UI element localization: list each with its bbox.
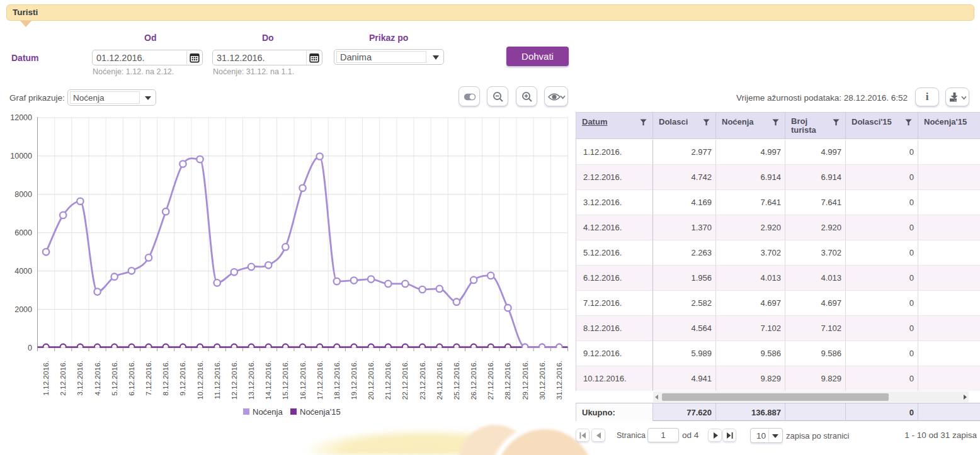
- svg-text:17.12.2016.: 17.12.2016.: [316, 361, 324, 400]
- svg-text:23.12.2016.: 23.12.2016.: [418, 361, 427, 400]
- svg-text:3.12.2016.: 3.12.2016.: [76, 361, 84, 396]
- svg-text:4000: 4000: [14, 267, 32, 276]
- svg-text:28.12.2016.: 28.12.2016.: [503, 361, 512, 400]
- svg-text:20.12.2016.: 20.12.2016.: [367, 361, 375, 400]
- svg-text:22.12.2016.: 22.12.2016.: [401, 361, 409, 400]
- svg-text:10000: 10000: [10, 152, 32, 160]
- svg-text:0: 0: [28, 344, 32, 352]
- svg-text:1.12.2016.: 1.12.2016.: [42, 361, 50, 396]
- svg-text:18.12.2016.: 18.12.2016.: [333, 361, 341, 400]
- svg-text:7.12.2016.: 7.12.2016.: [144, 361, 153, 396]
- svg-text:2.12.2016.: 2.12.2016.: [59, 361, 67, 396]
- svg-text:30.12.2016.: 30.12.2016.: [538, 361, 547, 400]
- svg-text:9.12.2016.: 9.12.2016.: [178, 361, 187, 396]
- svg-text:26.12.2016.: 26.12.2016.: [469, 361, 478, 400]
- svg-text:6.12.2016.: 6.12.2016.: [127, 361, 136, 396]
- svg-text:25.12.2016.: 25.12.2016.: [452, 361, 461, 400]
- svg-text:2000: 2000: [14, 305, 32, 314]
- svg-text:15.12.2016.: 15.12.2016.: [281, 361, 290, 400]
- svg-text:16.12.2016.: 16.12.2016.: [299, 361, 307, 400]
- svg-text:5.12.2016.: 5.12.2016.: [110, 361, 119, 396]
- svg-text:12.12.2016.: 12.12.2016.: [230, 361, 239, 400]
- svg-text:4.12.2016.: 4.12.2016.: [93, 361, 102, 396]
- svg-text:6000: 6000: [14, 228, 32, 237]
- svg-text:8.12.2016.: 8.12.2016.: [161, 361, 170, 396]
- svg-text:12000: 12000: [10, 113, 32, 122]
- svg-text:21.12.2016.: 21.12.2016.: [384, 361, 392, 400]
- svg-text:10.12.2016.: 10.12.2016.: [196, 361, 205, 400]
- svg-text:Noćenja: Noćenja: [253, 407, 283, 417]
- svg-text:11.12.2016.: 11.12.2016.: [213, 361, 222, 399]
- svg-text:8000: 8000: [14, 190, 32, 199]
- svg-text:29.12.2016.: 29.12.2016.: [521, 361, 530, 400]
- svg-text:31.12.2016.: 31.12.2016.: [555, 361, 564, 400]
- svg-text:19.12.2016.: 19.12.2016.: [350, 361, 358, 400]
- svg-text:13.12.2016.: 13.12.2016.: [247, 361, 256, 400]
- svg-text:24.12.2016.: 24.12.2016.: [435, 361, 444, 400]
- svg-text:Noćenja'15: Noćenja'15: [300, 407, 341, 417]
- svg-text:14.12.2016.: 14.12.2016.: [264, 361, 273, 400]
- svg-text:27.12.2016.: 27.12.2016.: [486, 361, 495, 400]
